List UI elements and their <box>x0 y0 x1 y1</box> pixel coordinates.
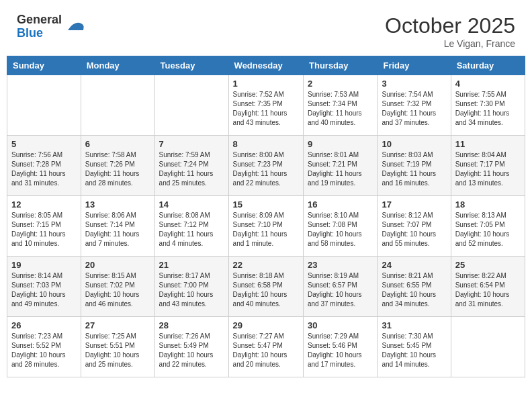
calendar-header-row: SundayMondayTuesdayWednesdayThursdayFrid… <box>7 56 525 75</box>
day-number: 14 <box>159 199 224 210</box>
calendar-cell: 31Sunrise: 7:30 AM Sunset: 5:45 PM Dayli… <box>378 317 451 377</box>
calendar-cell: 20Sunrise: 8:15 AM Sunset: 7:02 PM Dayli… <box>81 257 154 317</box>
day-info: Sunrise: 7:53 AM Sunset: 7:34 PM Dayligh… <box>308 90 373 128</box>
calendar-week-1: 1Sunrise: 7:52 AM Sunset: 7:35 PM Daylig… <box>7 75 525 136</box>
day-info: Sunrise: 8:04 AM Sunset: 7:17 PM Dayligh… <box>455 150 521 188</box>
day-info: Sunrise: 7:56 AM Sunset: 7:28 PM Dayligh… <box>11 150 77 188</box>
calendar-cell: 2Sunrise: 7:53 AM Sunset: 7:34 PM Daylig… <box>304 75 378 136</box>
day-info: Sunrise: 8:12 AM Sunset: 7:07 PM Dayligh… <box>382 211 446 248</box>
logo-icon <box>64 17 85 37</box>
calendar-week-3: 12Sunrise: 8:05 AM Sunset: 7:15 PM Dayli… <box>7 196 525 257</box>
calendar-week-5: 26Sunrise: 7:23 AM Sunset: 5:52 PM Dayli… <box>7 317 525 377</box>
logo: General Blue <box>17 13 85 40</box>
day-info: Sunrise: 7:29 AM Sunset: 5:46 PM Dayligh… <box>308 332 373 369</box>
day-info: Sunrise: 8:03 AM Sunset: 7:19 PM Dayligh… <box>382 150 446 188</box>
day-number: 4 <box>455 79 521 89</box>
day-number: 8 <box>233 139 299 149</box>
logo-general-text: General <box>17 13 62 27</box>
day-header-monday: Monday <box>81 56 154 75</box>
calendar-cell: 26Sunrise: 7:23 AM Sunset: 5:52 PM Dayli… <box>7 317 81 377</box>
day-info: Sunrise: 7:23 AM Sunset: 5:52 PM Dayligh… <box>11 332 77 369</box>
calendar-cell: 17Sunrise: 8:12 AM Sunset: 7:07 PM Dayli… <box>378 196 451 257</box>
day-number: 17 <box>382 199 446 210</box>
day-number: 18 <box>455 199 521 210</box>
day-number: 2 <box>308 79 373 89</box>
day-info: Sunrise: 8:00 AM Sunset: 7:23 PM Dayligh… <box>233 150 299 188</box>
calendar-cell: 30Sunrise: 7:29 AM Sunset: 5:46 PM Dayli… <box>304 317 378 377</box>
day-info: Sunrise: 7:27 AM Sunset: 5:47 PM Dayligh… <box>233 332 299 369</box>
day-number: 15 <box>233 199 299 210</box>
calendar-cell: 13Sunrise: 8:06 AM Sunset: 7:14 PM Dayli… <box>81 196 154 257</box>
calendar-cell: 24Sunrise: 8:21 AM Sunset: 6:55 PM Dayli… <box>378 257 451 317</box>
calendar-cell: 22Sunrise: 8:18 AM Sunset: 6:58 PM Dayli… <box>228 257 303 317</box>
day-info: Sunrise: 8:14 AM Sunset: 7:03 PM Dayligh… <box>11 271 77 309</box>
day-info: Sunrise: 8:01 AM Sunset: 7:21 PM Dayligh… <box>308 150 373 188</box>
logo-blue-text: Blue <box>17 27 62 40</box>
calendar-cell <box>81 75 154 136</box>
day-info: Sunrise: 8:18 AM Sunset: 6:58 PM Dayligh… <box>233 271 299 309</box>
calendar-cell: 4Sunrise: 7:55 AM Sunset: 7:30 PM Daylig… <box>451 75 525 136</box>
day-number: 30 <box>308 320 373 330</box>
calendar-cell: 19Sunrise: 8:14 AM Sunset: 7:03 PM Dayli… <box>7 257 81 317</box>
calendar-cell <box>451 317 525 377</box>
day-number: 24 <box>382 260 446 270</box>
calendar-cell: 25Sunrise: 8:22 AM Sunset: 6:54 PM Dayli… <box>451 257 525 317</box>
calendar-cell: 7Sunrise: 7:59 AM Sunset: 7:24 PM Daylig… <box>154 136 228 196</box>
day-number: 27 <box>85 320 150 330</box>
day-info: Sunrise: 7:55 AM Sunset: 7:30 PM Dayligh… <box>455 90 521 128</box>
calendar-cell: 23Sunrise: 8:19 AM Sunset: 6:57 PM Dayli… <box>304 257 378 317</box>
day-info: Sunrise: 7:30 AM Sunset: 5:45 PM Dayligh… <box>382 332 446 369</box>
day-info: Sunrise: 8:06 AM Sunset: 7:14 PM Dayligh… <box>85 211 150 248</box>
day-header-friday: Friday <box>378 56 451 75</box>
day-info: Sunrise: 8:13 AM Sunset: 7:05 PM Dayligh… <box>455 211 521 248</box>
calendar-cell <box>7 75 81 136</box>
day-number: 6 <box>85 139 150 149</box>
day-info: Sunrise: 8:05 AM Sunset: 7:15 PM Dayligh… <box>11 211 77 248</box>
day-number: 3 <box>382 79 446 89</box>
calendar-cell: 29Sunrise: 7:27 AM Sunset: 5:47 PM Dayli… <box>228 317 303 377</box>
day-number: 19 <box>11 260 77 270</box>
day-number: 9 <box>308 139 373 149</box>
day-number: 10 <box>382 139 446 149</box>
day-info: Sunrise: 8:10 AM Sunset: 7:08 PM Dayligh… <box>308 211 373 248</box>
day-header-sunday: Sunday <box>7 56 81 75</box>
day-info: Sunrise: 8:17 AM Sunset: 7:00 PM Dayligh… <box>159 271 224 309</box>
day-number: 22 <box>233 260 299 270</box>
calendar-week-2: 5Sunrise: 7:56 AM Sunset: 7:28 PM Daylig… <box>7 136 525 196</box>
day-number: 31 <box>382 320 446 330</box>
calendar-cell: 3Sunrise: 7:54 AM Sunset: 7:32 PM Daylig… <box>378 75 451 136</box>
day-info: Sunrise: 8:15 AM Sunset: 7:02 PM Dayligh… <box>85 271 150 309</box>
day-number: 25 <box>455 260 521 270</box>
day-info: Sunrise: 8:22 AM Sunset: 6:54 PM Dayligh… <box>455 271 521 309</box>
day-number: 1 <box>233 79 299 89</box>
day-info: Sunrise: 7:26 AM Sunset: 5:49 PM Dayligh… <box>159 332 224 369</box>
calendar-week-4: 19Sunrise: 8:14 AM Sunset: 7:03 PM Dayli… <box>7 257 525 317</box>
day-info: Sunrise: 7:58 AM Sunset: 7:26 PM Dayligh… <box>85 150 150 188</box>
calendar-cell: 1Sunrise: 7:52 AM Sunset: 7:35 PM Daylig… <box>228 75 303 136</box>
day-header-thursday: Thursday <box>304 56 378 75</box>
calendar-cell: 16Sunrise: 8:10 AM Sunset: 7:08 PM Dayli… <box>304 196 378 257</box>
day-number: 21 <box>159 260 224 270</box>
day-number: 28 <box>159 320 224 330</box>
day-number: 16 <box>308 199 373 210</box>
calendar-cell: 6Sunrise: 7:58 AM Sunset: 7:26 PM Daylig… <box>81 136 154 196</box>
calendar-cell: 8Sunrise: 8:00 AM Sunset: 7:23 PM Daylig… <box>228 136 303 196</box>
day-number: 11 <box>455 139 521 149</box>
calendar-cell <box>154 75 228 136</box>
day-number: 23 <box>308 260 373 270</box>
day-info: Sunrise: 8:09 AM Sunset: 7:10 PM Dayligh… <box>233 211 299 248</box>
day-header-saturday: Saturday <box>451 56 525 75</box>
calendar-table: SundayMondayTuesdayWednesdayThursdayFrid… <box>7 56 525 377</box>
day-info: Sunrise: 8:08 AM Sunset: 7:12 PM Dayligh… <box>159 211 224 248</box>
day-info: Sunrise: 7:52 AM Sunset: 7:35 PM Dayligh… <box>233 90 299 128</box>
day-header-wednesday: Wednesday <box>228 56 303 75</box>
day-number: 5 <box>11 139 77 149</box>
calendar-cell: 15Sunrise: 8:09 AM Sunset: 7:10 PM Dayli… <box>228 196 303 257</box>
calendar-cell: 28Sunrise: 7:26 AM Sunset: 5:49 PM Dayli… <box>154 317 228 377</box>
day-info: Sunrise: 7:54 AM Sunset: 7:32 PM Dayligh… <box>382 90 446 128</box>
page-header: General Blue October 2025 Le Vigan, Fran… <box>7 7 525 52</box>
day-info: Sunrise: 8:19 AM Sunset: 6:57 PM Dayligh… <box>308 271 373 309</box>
day-header-tuesday: Tuesday <box>154 56 228 75</box>
day-info: Sunrise: 8:21 AM Sunset: 6:55 PM Dayligh… <box>382 271 446 309</box>
day-number: 26 <box>11 320 77 330</box>
